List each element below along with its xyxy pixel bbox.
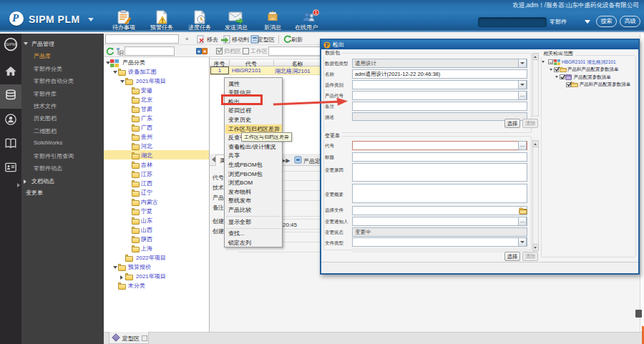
svg-text:SIPM: SIPM bbox=[6, 42, 16, 46]
svg-text:P: P bbox=[326, 42, 329, 49]
